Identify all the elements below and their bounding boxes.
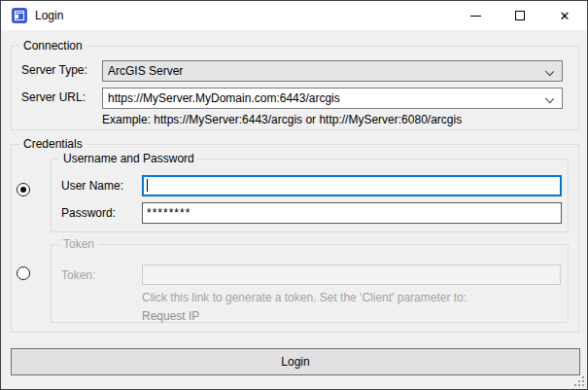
- minimize-icon: [470, 16, 481, 17]
- server-url-combobox[interactable]: https://MyServer.MyDomain.com:6443/arcgi…: [102, 88, 563, 109]
- server-type-value: ArcGIS Server: [108, 64, 183, 78]
- resize-grip-icon[interactable]: [573, 375, 584, 386]
- maximize-button[interactable]: [498, 1, 542, 30]
- login-dialog: Login ✕ Connection Server Type: ArcGIS S…: [0, 0, 588, 390]
- server-type-label: Server Type:: [21, 63, 87, 77]
- credentials-group-label: Credentials: [19, 137, 86, 152]
- close-button[interactable]: ✕: [542, 1, 587, 30]
- login-button[interactable]: Login: [11, 348, 580, 375]
- token-group-label: Token: [59, 237, 98, 252]
- request-ip-link: Request IP: [142, 309, 199, 323]
- maximize-icon: [515, 11, 525, 20]
- token-label: Token:: [61, 268, 95, 282]
- username-input[interactable]: [142, 175, 562, 196]
- server-url-example-text: Example: https://MyServer:6443/arcgis or…: [102, 113, 462, 126]
- password-label: Password:: [61, 206, 116, 220]
- chevron-down-icon: [545, 67, 554, 76]
- window-title: Login: [35, 1, 63, 30]
- credentials-groupbox: Credentials Username and Password User N…: [11, 144, 579, 333]
- minimize-button[interactable]: [453, 1, 498, 30]
- text-caret: [147, 179, 148, 192]
- username-label: User Name:: [61, 179, 123, 193]
- username-password-groupbox: Username and Password User Name: Passwor…: [51, 159, 569, 232]
- server-type-dropdown[interactable]: ArcGIS Server: [102, 60, 563, 82]
- server-url-label: Server URL:: [21, 90, 86, 104]
- server-url-value: https://MyServer.MyDomain.com:6443/arcgi…: [108, 91, 340, 105]
- app-window-icon: [12, 8, 27, 23]
- token-hint-text: Click this link to generate a token. Set…: [142, 291, 467, 304]
- titlebar[interactable]: Login ✕: [1, 1, 587, 30]
- close-icon: ✕: [560, 10, 571, 22]
- username-password-radio[interactable]: [17, 183, 30, 196]
- password-input[interactable]: [142, 202, 562, 224]
- token-groupbox: Token Token: Click this link to generate…: [51, 244, 569, 323]
- connection-group-label: Connection: [19, 39, 86, 53]
- chevron-down-icon: [545, 94, 554, 103]
- connection-groupbox: Connection Server Type: ArcGIS Server Se…: [11, 46, 579, 130]
- username-password-group-label: Username and Password: [59, 152, 198, 166]
- login-button-label: Login: [281, 355, 309, 369]
- token-input: [142, 265, 561, 285]
- token-radio[interactable]: [17, 266, 30, 280]
